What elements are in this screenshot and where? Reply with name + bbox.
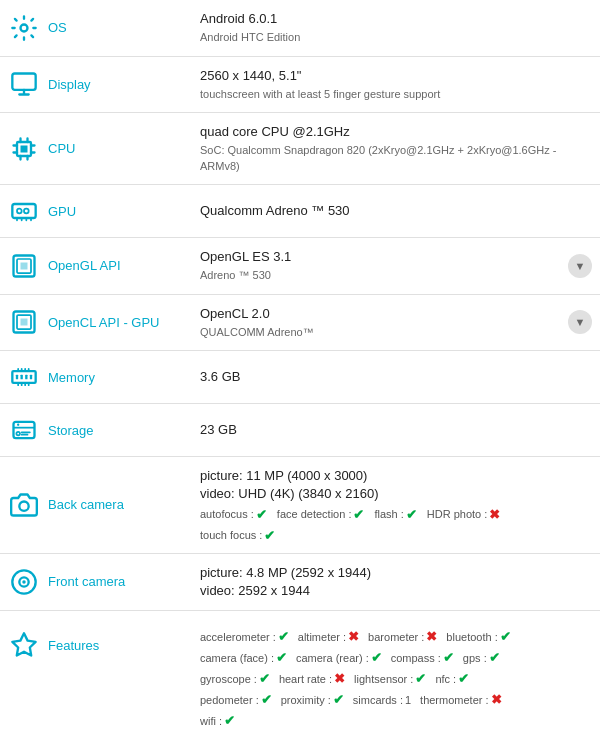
spec-row-os: OS Android 6.0.1 Android HTC Edition bbox=[0, 0, 600, 57]
check-mark: ✔ bbox=[443, 650, 454, 665]
check-mark: ✔ bbox=[333, 692, 344, 707]
cross-mark: ✖ bbox=[348, 629, 359, 644]
spec-right-opengl: OpenGL ES 3.1 Adreno ™ 530 ▼ bbox=[192, 238, 600, 294]
feature-accelerometer: accelerometer : ✔ bbox=[200, 629, 289, 644]
back-camera-features1: autofocus : ✔face detection : ✔flash : ✔… bbox=[200, 507, 590, 522]
spec-row-cpu: CPU quad core CPU @2.1GHz SoC: Qualcomm … bbox=[0, 113, 600, 185]
spec-right-storage: 23 GB bbox=[192, 404, 600, 456]
spec-left-features: Features bbox=[0, 615, 192, 671]
feature-row-2: gyroscope : ✔heart rate : ✖lightsensor :… bbox=[200, 671, 590, 686]
svg-rect-18 bbox=[14, 422, 35, 438]
feature-value-simcards: 1 bbox=[405, 694, 411, 706]
spec-left-front-camera: Front camera bbox=[0, 554, 192, 610]
front-camera-main2: video: 2592 x 1944 bbox=[200, 582, 590, 600]
spec-label-front-camera: Front camera bbox=[48, 574, 125, 589]
cross-mark: ✖ bbox=[426, 629, 437, 644]
front-camera-icon bbox=[8, 566, 40, 598]
feature-simcards: simcards : 1 bbox=[353, 694, 411, 706]
feature-gyroscope: gyroscope : ✔ bbox=[200, 671, 270, 686]
spec-main-os: Android 6.0.1 bbox=[200, 10, 590, 28]
check-mark: ✔ bbox=[259, 671, 270, 686]
svg-point-21 bbox=[19, 501, 28, 510]
spec-row-front-camera: Front camera picture: 4.8 MP (2592 x 194… bbox=[0, 554, 600, 611]
spec-main-cpu: quad core CPU @2.1GHz bbox=[200, 123, 590, 141]
check-mark: ✔ bbox=[406, 507, 417, 522]
svg-rect-15 bbox=[21, 375, 23, 380]
svg-point-5 bbox=[17, 209, 22, 214]
spec-left-back-camera: Back camera bbox=[0, 457, 192, 552]
feature-face-detection: face detection : ✔ bbox=[277, 507, 365, 522]
spec-row-memory: Memory 3.6 GB bbox=[0, 351, 600, 404]
spec-label-opencl: OpenCL API - GPU bbox=[48, 315, 160, 330]
check-mark: ✔ bbox=[353, 507, 364, 522]
spec-main-opengl: OpenGL ES 3.1 bbox=[200, 248, 590, 266]
features-icon bbox=[8, 629, 40, 661]
dropdown-arrow-opencl[interactable]: ▼ bbox=[568, 310, 592, 334]
back-camera-main1: picture: 11 MP (4000 x 3000) bbox=[200, 467, 590, 485]
spec-row-features: Features accelerometer : ✔altimeter : ✖b… bbox=[0, 611, 600, 736]
back-camera-features2: touch focus : ✔ bbox=[200, 528, 590, 543]
spec-row-opencl: OpenCL API - GPU OpenCL 2.0 QUALCOMM Adr… bbox=[0, 295, 600, 352]
cross-mark: ✖ bbox=[489, 507, 500, 522]
cpu-icon bbox=[8, 133, 40, 165]
spec-main-opencl: OpenCL 2.0 bbox=[200, 305, 590, 323]
check-mark: ✔ bbox=[371, 650, 382, 665]
spec-left-gpu: GPU bbox=[0, 185, 192, 237]
spec-right-display: 2560 x 1440, 5.1" touchscreen with at le… bbox=[192, 57, 600, 113]
feature-thermometer: thermometer : ✖ bbox=[420, 692, 501, 707]
spec-right-back-camera: picture: 11 MP (4000 x 3000) video: UHD … bbox=[192, 457, 600, 552]
spec-left-opencl: OpenCL API - GPU bbox=[0, 295, 192, 351]
camera-icon bbox=[8, 489, 40, 521]
spec-main-gpu: Qualcomm Adreno ™ 530 bbox=[200, 202, 590, 220]
feature-HDR-photo: HDR photo : ✖ bbox=[427, 507, 501, 522]
svg-point-19 bbox=[17, 424, 19, 426]
spec-row-back-camera: Back camera picture: 11 MP (4000 x 3000)… bbox=[0, 457, 600, 553]
svg-rect-1 bbox=[12, 74, 35, 90]
spec-label-memory: Memory bbox=[48, 370, 95, 385]
feature-wifi: wifi : ✔ bbox=[200, 713, 235, 728]
spec-right-cpu: quad core CPU @2.1GHz SoC: Qualcomm Snap… bbox=[192, 113, 600, 184]
svg-point-20 bbox=[16, 432, 20, 436]
spec-label-os: OS bbox=[48, 20, 67, 35]
display-icon bbox=[8, 68, 40, 100]
front-camera-main1: picture: 4.8 MP (2592 x 1944) bbox=[200, 564, 590, 582]
spec-left-memory: Memory bbox=[0, 351, 192, 403]
cross-mark: ✖ bbox=[491, 692, 502, 707]
svg-rect-12 bbox=[21, 319, 28, 326]
spec-label-display: Display bbox=[48, 77, 91, 92]
feature-bluetooth: bluetooth : ✔ bbox=[446, 629, 510, 644]
spec-label-cpu: CPU bbox=[48, 141, 75, 156]
feature-gps: gps : ✔ bbox=[463, 650, 500, 665]
spec-sub-display: touchscreen with at least 5 finger gestu… bbox=[200, 87, 590, 102]
feature-flash: flash : ✔ bbox=[374, 507, 416, 522]
svg-rect-16 bbox=[25, 375, 27, 380]
spec-right-gpu: Qualcomm Adreno ™ 530 bbox=[192, 185, 600, 237]
memory-icon bbox=[8, 361, 40, 393]
check-mark: ✔ bbox=[276, 650, 287, 665]
spec-label-opengl: OpenGL API bbox=[48, 258, 121, 273]
feature-pedometer: pedometer : ✔ bbox=[200, 692, 272, 707]
spec-right-front-camera: picture: 4.8 MP (2592 x 1944) video: 259… bbox=[192, 554, 600, 610]
spec-left-opengl: OpenGL API bbox=[0, 238, 192, 294]
feature-camera--rear-: camera (rear) : ✔ bbox=[296, 650, 382, 665]
spec-label-gpu: GPU bbox=[48, 204, 76, 219]
opencl-icon bbox=[8, 306, 40, 338]
feature-lightsensor: lightsensor : ✔ bbox=[354, 671, 426, 686]
dropdown-arrow-opengl[interactable]: ▼ bbox=[568, 254, 592, 278]
spec-sub-opengl: Adreno ™ 530 bbox=[200, 268, 590, 283]
spec-right-features: accelerometer : ✔altimeter : ✖barometer … bbox=[192, 615, 600, 736]
back-camera-main2: video: UHD (4K) (3840 x 2160) bbox=[200, 485, 590, 503]
spec-label-storage: Storage bbox=[48, 423, 94, 438]
svg-point-0 bbox=[21, 24, 28, 31]
spec-label-features: Features bbox=[48, 638, 99, 653]
check-mark: ✔ bbox=[224, 713, 235, 728]
feature-barometer: barometer : ✖ bbox=[368, 629, 437, 644]
feature-row-1: camera (face) : ✔camera (rear) : ✔compas… bbox=[200, 650, 590, 665]
spec-main-memory: 3.6 GB bbox=[200, 368, 590, 386]
spec-right-os: Android 6.0.1 Android HTC Edition bbox=[192, 0, 600, 56]
spec-left-display: Display bbox=[0, 57, 192, 113]
check-mark: ✔ bbox=[261, 692, 272, 707]
check-mark: ✔ bbox=[415, 671, 426, 686]
check-mark: ✔ bbox=[500, 629, 511, 644]
spec-left-cpu: CPU bbox=[0, 113, 192, 184]
